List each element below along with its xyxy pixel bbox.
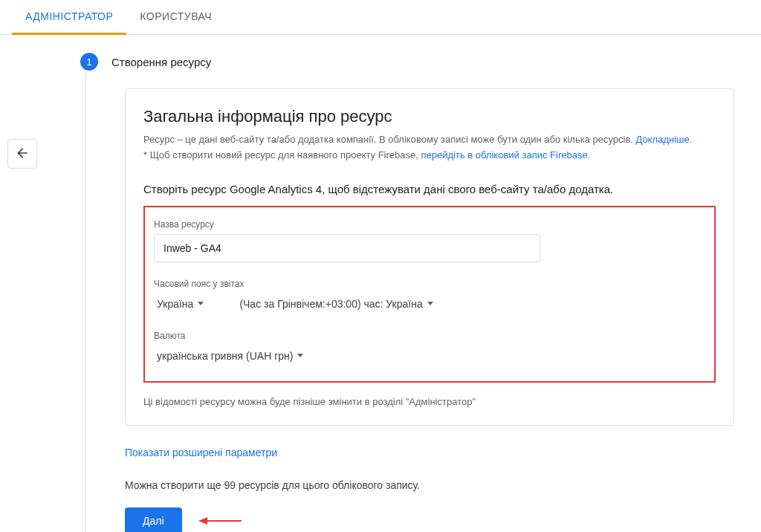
timezone-label: Часовий пояс у звітах: [154, 279, 705, 289]
step-rail: [85, 62, 85, 532]
currency-label: Валюта: [154, 331, 705, 341]
currency-dropdown[interactable]: українська гривня (UAH грн): [154, 346, 705, 366]
step-title: Створення ресурсу: [111, 56, 211, 68]
back-button[interactable]: [7, 139, 37, 169]
card-heading: Загальна інформація про ресурс: [143, 107, 716, 126]
tab-admin[interactable]: АДМІНІСТРАТОР: [12, 0, 126, 35]
learn-more-link[interactable]: Докладніше.: [636, 134, 693, 145]
arrow-left-icon: [15, 146, 30, 163]
section-lead: Створіть ресурс Google Analytics 4, щоб …: [143, 183, 716, 195]
edit-later-hint: Ці відомості ресурсу можна буде пізніше …: [143, 396, 716, 407]
svg-marker-1: [198, 517, 207, 525]
property-name-input[interactable]: [154, 234, 540, 262]
card-description: Ресурс – це дані веб-сайту та/або додатк…: [143, 132, 716, 163]
tabs: АДМІНІСТРАТОР КОРИСТУВАЧ: [0, 0, 761, 35]
chevron-down-icon: [297, 354, 303, 357]
annotation-arrow-icon: [198, 512, 243, 530]
chevron-down-icon: [427, 302, 433, 305]
timezone-dropdown[interactable]: (Час за Грінвічем:+03:00) час: Україна: [236, 293, 435, 314]
property-card: Загальна інформація про ресурс Ресурс – …: [125, 88, 734, 426]
next-button[interactable]: Далі: [125, 507, 182, 532]
show-advanced-link[interactable]: Показати розширені параметри: [125, 447, 277, 458]
form-highlight: Назва ресурсу Часовий пояс у звітах Укра…: [143, 206, 716, 383]
property-name-label: Назва ресурсу: [154, 219, 705, 230]
tab-user[interactable]: КОРИСТУВАЧ: [126, 0, 225, 34]
resource-limit-text: Можна створити ще 99 ресурсів для цього …: [125, 479, 734, 491]
country-dropdown[interactable]: Україна: [154, 293, 207, 314]
step-header: 1 Створення ресурсу: [80, 53, 743, 71]
firebase-link[interactable]: перейдіть в обліковий запис Firebase: [421, 149, 587, 160]
step-badge: 1: [80, 53, 98, 71]
chevron-down-icon: [198, 302, 204, 305]
